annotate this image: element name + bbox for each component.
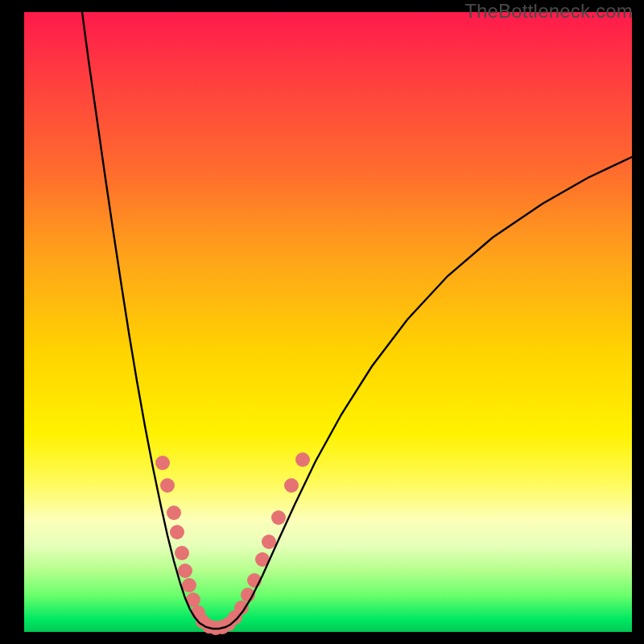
dots-layer xyxy=(155,452,310,635)
highlight-dot xyxy=(167,506,181,520)
highlight-dot xyxy=(182,578,196,592)
highlight-dot xyxy=(170,525,184,539)
highlight-dot xyxy=(160,478,175,493)
highlight-dot xyxy=(175,546,189,560)
watermark-text: TheBottleneck.com xyxy=(464,0,633,23)
highlight-dot xyxy=(155,456,170,470)
highlight-dot xyxy=(295,452,310,467)
bottleneck-curve-path xyxy=(82,12,632,629)
highlight-dot xyxy=(178,564,192,578)
plot-area xyxy=(24,12,632,632)
highlight-dot xyxy=(262,535,276,549)
highlight-dot xyxy=(271,510,286,525)
highlight-dot xyxy=(284,478,299,493)
bottleneck-curve-svg xyxy=(24,12,632,632)
chart-frame: TheBottleneck.com xyxy=(0,0,644,644)
